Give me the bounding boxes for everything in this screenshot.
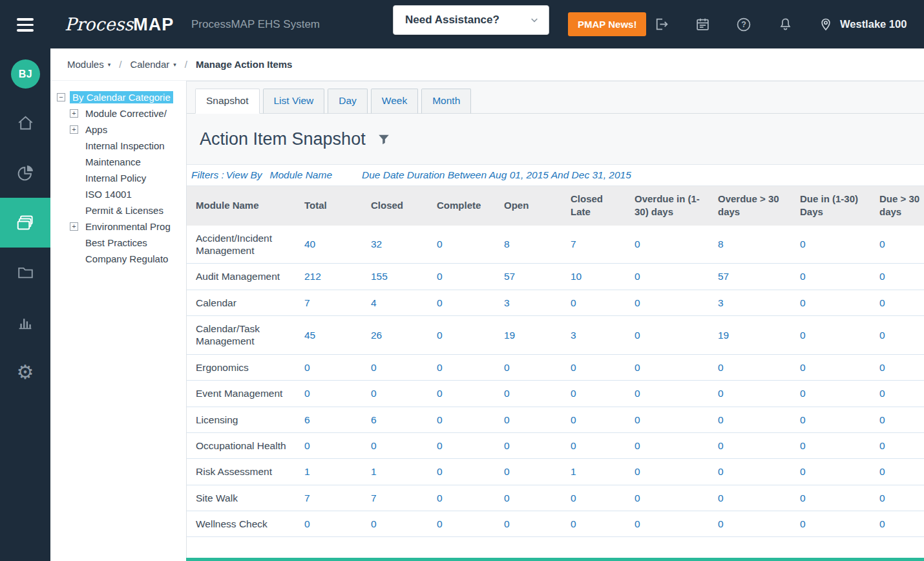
count-cell[interactable]: 0 [873, 407, 924, 432]
count-cell[interactable]: 0 [873, 432, 924, 458]
breadcrumb-calendar[interactable]: Calendar ▾ [130, 59, 176, 70]
sidebar-item-dashboard[interactable] [0, 148, 50, 198]
count-cell[interactable]: 0 [711, 511, 793, 537]
count-cell[interactable]: 0 [873, 264, 924, 290]
count-cell[interactable]: 0 [793, 290, 873, 315]
logout-icon[interactable] [653, 16, 669, 33]
tree-item-label[interactable]: Module Corrective/ [83, 107, 169, 120]
tree-item-iso-14001[interactable]: ISO 14001 [50, 186, 186, 202]
tree-item-label[interactable]: Maintenance [83, 156, 143, 168]
count-cell[interactable]: 0 [628, 511, 711, 537]
pmap-news-button[interactable]: PMAP News! [568, 12, 646, 36]
count-cell[interactable]: 0 [498, 381, 564, 407]
expand-icon[interactable]: + [70, 109, 78, 118]
count-cell[interactable]: 3 [498, 290, 564, 315]
count-cell[interactable]: 19 [711, 316, 793, 355]
expand-icon[interactable]: + [70, 125, 78, 134]
count-cell[interactable]: 0 [298, 511, 364, 537]
count-cell[interactable]: 1 [364, 459, 430, 485]
count-cell[interactable]: 0 [873, 316, 924, 355]
count-cell[interactable]: 0 [498, 459, 564, 485]
count-cell[interactable]: 32 [364, 226, 430, 264]
location-selector[interactable]: Westlake 100 [818, 17, 907, 32]
count-cell[interactable]: 0 [498, 485, 564, 511]
collapse-icon[interactable]: − [57, 93, 65, 101]
filter-funnel-icon[interactable] [377, 132, 391, 147]
count-cell[interactable]: 0 [498, 432, 564, 458]
tree-item-label[interactable]: By Calendar Categorie [70, 91, 173, 103]
count-cell[interactable]: 40 [298, 226, 364, 264]
count-cell[interactable]: 0 [793, 511, 873, 537]
count-cell[interactable]: 0 [564, 511, 628, 537]
count-cell[interactable]: 8 [711, 226, 793, 264]
tree-item-best-practices[interactable]: Best Practices [50, 235, 186, 251]
count-cell[interactable]: 0 [711, 459, 793, 485]
count-cell[interactable]: 0 [364, 381, 430, 407]
count-cell[interactable]: 0 [711, 485, 793, 511]
tab-day[interactable]: Day [328, 89, 368, 114]
count-cell[interactable]: 0 [711, 354, 793, 380]
count-cell[interactable]: 0 [873, 381, 924, 407]
count-cell[interactable]: 45 [298, 316, 364, 355]
tree-item-internal-policy[interactable]: Internal Policy [50, 170, 186, 186]
count-cell[interactable]: 0 [430, 459, 498, 485]
bell-icon[interactable] [777, 16, 793, 33]
count-cell[interactable]: 0 [793, 316, 873, 355]
count-cell[interactable]: 0 [498, 354, 564, 380]
count-cell[interactable]: 0 [298, 381, 364, 407]
count-cell[interactable]: 26 [364, 316, 430, 355]
count-cell[interactable]: 0 [430, 290, 498, 315]
count-cell[interactable]: 19 [498, 316, 564, 355]
count-cell[interactable]: 4 [364, 290, 430, 315]
count-cell[interactable]: 0 [430, 432, 498, 458]
count-cell[interactable]: 0 [711, 432, 793, 458]
count-cell[interactable]: 0 [430, 485, 498, 511]
tree-item-permit-licenses[interactable]: Permit & Licenses [50, 202, 186, 218]
count-cell[interactable]: 0 [628, 354, 711, 380]
count-cell[interactable]: 0 [364, 511, 430, 537]
count-cell[interactable]: 57 [711, 264, 793, 290]
sidebar-item-reports[interactable] [0, 297, 50, 347]
count-cell[interactable]: 0 [628, 407, 711, 432]
processmap-logo[interactable]: ProcessMAP [65, 14, 174, 35]
tree-item-label[interactable]: Environmental Prog [83, 220, 173, 233]
count-cell[interactable]: 0 [430, 407, 498, 432]
tree-item-label[interactable]: Internal Policy [83, 172, 149, 184]
count-cell[interactable]: 0 [873, 354, 924, 380]
count-cell[interactable]: 0 [498, 407, 564, 432]
count-cell[interactable]: 0 [873, 459, 924, 485]
count-cell[interactable]: 0 [628, 432, 711, 458]
count-cell[interactable]: 0 [430, 354, 498, 380]
horizontal-scrollbar[interactable] [186, 558, 924, 561]
menu-icon[interactable] [17, 18, 34, 35]
count-cell[interactable]: 0 [628, 459, 711, 485]
count-cell[interactable]: 0 [711, 407, 793, 432]
tree-item-label[interactable]: Best Practices [83, 237, 150, 249]
count-cell[interactable]: 0 [628, 264, 711, 290]
tab-list-view[interactable]: List View [263, 89, 325, 114]
count-cell[interactable]: 0 [564, 381, 628, 407]
count-cell[interactable]: 0 [793, 264, 873, 290]
count-cell[interactable]: 10 [564, 264, 628, 290]
count-cell[interactable]: 0 [564, 290, 628, 315]
sidebar-item-documents[interactable] [0, 248, 50, 297]
need-assistance-dropdown[interactable]: Need Assistance? [393, 5, 549, 35]
tree-item-apps[interactable]: +Apps [50, 122, 186, 138]
count-cell[interactable]: 0 [628, 381, 711, 407]
count-cell[interactable]: 0 [793, 485, 873, 511]
count-cell[interactable]: 7 [298, 485, 364, 511]
tab-month[interactable]: Month [421, 89, 471, 114]
tree-item-by-calendar-categorie[interactable]: −By Calendar Categorie [50, 89, 186, 105]
count-cell[interactable]: 0 [793, 459, 873, 485]
count-cell[interactable]: 0 [873, 511, 924, 537]
count-cell[interactable]: 0 [873, 290, 924, 315]
count-cell[interactable]: 0 [793, 432, 873, 458]
tree-item-label[interactable]: Permit & Licenses [83, 204, 166, 217]
count-cell[interactable]: 0 [873, 226, 924, 264]
count-cell[interactable]: 0 [564, 485, 628, 511]
sidebar-item-modules[interactable] [0, 198, 50, 248]
help-icon[interactable]: ? [735, 16, 752, 33]
expand-icon[interactable]: + [70, 222, 78, 231]
count-cell[interactable]: 7 [298, 290, 364, 315]
count-cell[interactable]: 0 [564, 432, 628, 458]
